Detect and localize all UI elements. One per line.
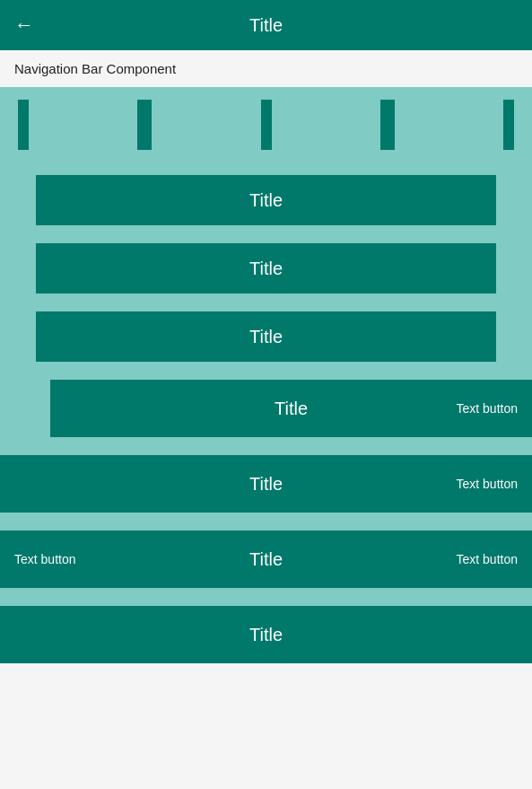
nav-row-7-wrap: Text button Title Text button xyxy=(0,525,532,593)
separator7 xyxy=(0,593,532,601)
nav-bar-7-left-btn[interactable]: Text button xyxy=(14,552,76,566)
icon-block xyxy=(503,100,514,150)
nav-row-8-wrap: Title xyxy=(0,601,532,663)
nav-bar-6-right-btn[interactable]: Text button xyxy=(457,477,519,491)
nav-bar-3-title: Title xyxy=(249,259,283,279)
nav-bar-5-left-accent xyxy=(0,380,50,437)
nav-row-4-wrap: Title xyxy=(0,306,532,367)
nav-bar-4-title: Title xyxy=(249,327,283,347)
app-bar-title: Title xyxy=(48,15,484,36)
nav-bar-4: Title xyxy=(36,311,496,362)
nav-bar-6: Title Text button xyxy=(0,455,532,513)
nav-bar-7: Text button Title Text button xyxy=(0,530,532,588)
nav-row-icons-wrap xyxy=(0,87,532,162)
nav-bar-8-title: Title xyxy=(249,625,283,645)
nav-row-2-wrap: Title xyxy=(0,170,532,231)
icon-block xyxy=(137,100,152,150)
nav-bar-5-right-btn[interactable]: Text button xyxy=(457,401,519,416)
nav-bar-5: Title Text button xyxy=(50,380,532,437)
separator2 xyxy=(0,231,532,238)
separator3 xyxy=(0,299,532,306)
icon-space xyxy=(400,100,498,150)
icon-block xyxy=(261,100,272,150)
nav-bar-7-title: Title xyxy=(249,549,283,570)
separator4 xyxy=(0,367,532,374)
icon-space xyxy=(34,100,132,150)
nav-row-3-wrap: Title xyxy=(0,238,532,299)
icon-space xyxy=(157,100,255,150)
separator5 xyxy=(0,443,532,450)
separator6 xyxy=(0,518,532,525)
icon-block xyxy=(18,100,29,150)
nav-bar-3: Title xyxy=(36,243,496,294)
icon-block xyxy=(380,100,395,150)
nav-bar-5-title: Title xyxy=(275,399,308,419)
app-bar: ← Title xyxy=(0,0,532,50)
nav-row-6-wrap: Title Text button xyxy=(0,450,532,518)
separator xyxy=(0,162,532,170)
nav-row-5-wrap: Title Text button xyxy=(0,374,532,443)
icons-display xyxy=(0,92,532,157)
nav-bar-8: Title xyxy=(0,606,532,663)
nav-bar-2: Title xyxy=(36,175,496,225)
nav-section: Title Title Title Title Text button xyxy=(0,87,532,663)
icon-space xyxy=(277,100,375,150)
nav-bar-5-container: Title Text button xyxy=(0,380,532,437)
section-label: Navigation Bar Component xyxy=(0,50,532,87)
nav-bar-7-right-btn[interactable]: Text button xyxy=(457,552,519,566)
nav-bar-6-title: Title xyxy=(249,474,283,495)
nav-bar-2-title: Title xyxy=(249,190,283,211)
back-button[interactable]: ← xyxy=(14,13,34,37)
